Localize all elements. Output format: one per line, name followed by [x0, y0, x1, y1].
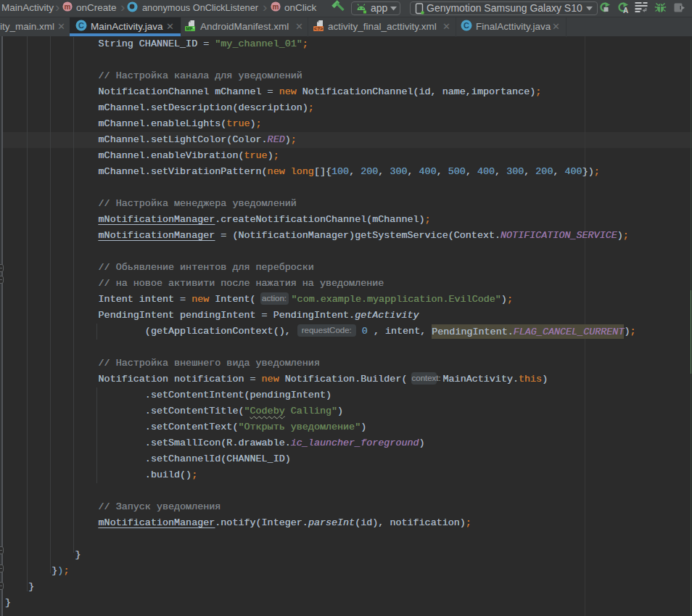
svg-text:<?>: <?>: [314, 26, 324, 32]
svg-text:m: m: [273, 3, 279, 11]
svg-text:A: A: [623, 7, 628, 15]
svg-text:m: m: [65, 3, 71, 11]
svg-text:MF: MF: [186, 26, 192, 31]
svg-text:C: C: [464, 21, 469, 30]
svg-text:C: C: [78, 21, 84, 30]
